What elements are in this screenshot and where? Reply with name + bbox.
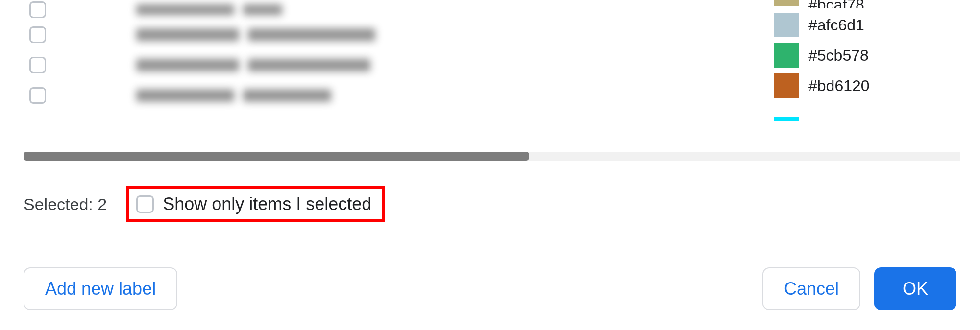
color-swatch-partial[interactable]	[774, 117, 799, 121]
row-checkbox[interactable]	[29, 57, 46, 73]
filter-label: Show only items I selected	[163, 194, 371, 214]
filter-checkbox[interactable]	[136, 195, 154, 213]
color-hex-label: #afc6d1	[808, 16, 864, 34]
blurred-row-text	[136, 89, 331, 102]
color-column: #bcaf78 #afc6d1 #5cb578 #bd6120	[774, 0, 960, 101]
selected-count: Selected: 2	[24, 195, 107, 214]
color-row: #bcaf78	[774, 0, 960, 10]
add-new-label-button[interactable]: Add new label	[24, 267, 177, 310]
color-hex-label: #5cb578	[808, 47, 869, 65]
blurred-row-text	[136, 28, 375, 41]
color-row: #bd6120	[774, 71, 960, 101]
row-checkbox[interactable]	[29, 87, 46, 104]
color-swatch[interactable]	[774, 43, 799, 68]
cancel-button[interactable]: Cancel	[762, 267, 860, 310]
horizontal-scrollbar-thumb[interactable]	[24, 152, 529, 161]
row-checkbox[interactable]	[29, 26, 46, 43]
selection-footer: Selected: 2 Show only items I selected	[24, 186, 385, 222]
color-row: #5cb578	[774, 40, 960, 71]
filter-highlight: Show only items I selected	[126, 186, 385, 222]
ok-button[interactable]: OK	[874, 267, 956, 310]
color-hex-label: #bd6120	[808, 77, 870, 95]
color-swatch[interactable]	[774, 73, 799, 98]
row-checkbox[interactable]	[29, 1, 46, 18]
list-bottom-border	[19, 169, 961, 169]
color-swatch[interactable]	[774, 13, 799, 37]
list-area: #bcaf78 #afc6d1 #5cb578 #bd6120	[0, 0, 980, 137]
color-row: #afc6d1	[774, 10, 960, 40]
horizontal-scrollbar-track[interactable]	[24, 152, 960, 161]
color-swatch[interactable]	[774, 0, 799, 6]
color-hex-label: #bcaf78	[808, 0, 864, 8]
blurred-row-text	[136, 59, 370, 71]
blurred-row-text	[136, 4, 282, 15]
dialog-button-row: Add new label Cancel OK	[24, 267, 956, 310]
